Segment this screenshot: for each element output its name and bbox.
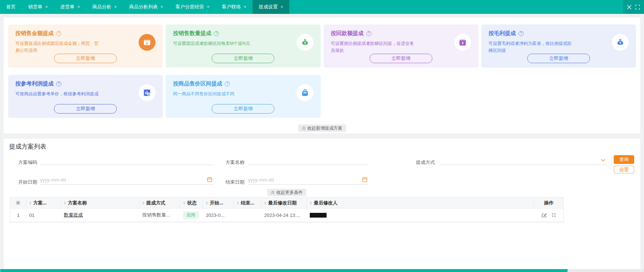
sort-icon[interactable]	[310, 200, 312, 206]
tab-label: 商品分析	[92, 4, 111, 10]
close-tab-icon[interactable]: ×	[207, 4, 209, 9]
close-tab-icon[interactable]: ×	[281, 4, 283, 9]
cell-commission-method: 按销售数量...	[139, 208, 180, 222]
question-circle-icon[interactable]: ?	[366, 31, 371, 36]
svg-text:¥: ¥	[304, 41, 306, 45]
start-date-input[interactable]	[40, 175, 213, 185]
tab-product-analysis[interactable]: 商品分析 ×	[86, 0, 123, 14]
svg-text:¥: ¥	[146, 41, 149, 45]
plan-code-label: 方案编码	[18, 159, 37, 166]
collapse-label: 收起更多条件	[277, 189, 303, 196]
question-circle-icon[interactable]: ?	[56, 31, 61, 36]
commission-method-select[interactable]	[440, 156, 608, 165]
tab-customer-contact[interactable]: 客户联络 ×	[216, 0, 252, 14]
horizontal-scrollbar-thumb[interactable]	[0, 269, 568, 272]
sort-icon[interactable]	[142, 200, 144, 206]
redacted-modified-by	[310, 213, 327, 218]
sort-icon[interactable]	[264, 200, 266, 206]
question-circle-icon[interactable]: ?	[225, 81, 230, 87]
tab-label: 销货单	[28, 4, 42, 10]
header-end-date[interactable]: 结束...	[234, 198, 261, 208]
add-now-button[interactable]: 立即新增	[527, 54, 590, 63]
add-now-button[interactable]: 立即新增	[54, 104, 117, 114]
sort-icon[interactable]	[29, 200, 31, 206]
card-reference-profit-commission: 按参考利润提成 ? 可按商品设置参考单价，根据参考利润提成 ¥ 立即新增	[8, 75, 163, 118]
card-description: 同一商品不同售价区间提成不同	[173, 91, 259, 97]
question-circle-icon[interactable]: ?	[56, 81, 61, 87]
tab-label: 进货单	[60, 4, 74, 10]
card-description: 可设置固定或者阶梯区间每卖M个提N元	[173, 40, 259, 47]
close-tab-icon[interactable]: ×	[114, 4, 117, 9]
tab-sales-order[interactable]: 销货单 ×	[22, 0, 54, 14]
cell-modified-date: 2023-04-24 13:...	[261, 208, 307, 222]
edit-icon[interactable]	[541, 212, 547, 218]
card-description: 可按商品设置参考单价，根据参考利润提成	[15, 91, 101, 97]
tab-customer-segmentation[interactable]: 客户分层经营 ×	[169, 0, 216, 14]
collapse-new-commission-plans[interactable]: 收起新增提成方案	[298, 124, 346, 132]
sort-icon[interactable]	[183, 200, 185, 206]
cell-row-index: 1	[10, 208, 26, 222]
header-plan-name[interactable]: 方案名称	[61, 198, 139, 208]
double-chevron-up-icon	[302, 126, 305, 130]
card-title: 按参考利润提成	[15, 80, 54, 87]
tab-label: 客户联络	[222, 4, 241, 10]
add-now-button[interactable]: 立即新增	[54, 54, 117, 63]
tab-label: 提成设置	[259, 4, 278, 10]
close-tab-icon[interactable]: ×	[77, 4, 80, 9]
tab-bar: 首页 销货单 × 进货单 × 商品分析 × 商品分析列表 × 客户分层经营 × …	[0, 0, 644, 14]
search-button[interactable]: 查询	[614, 155, 634, 164]
question-circle-icon[interactable]: ?	[214, 31, 219, 36]
gear-icon[interactable]	[15, 200, 21, 206]
fullscreen-icon[interactable]	[635, 5, 640, 9]
money-pouch-icon: ¥	[297, 34, 313, 51]
tab-product-analysis-list[interactable]: 商品分析列表 ×	[123, 0, 169, 14]
card-description: 可设置按比例提或者阶梯区间提，促进业务员催款	[331, 40, 417, 54]
plan-name-link[interactable]: 数量提成	[64, 212, 83, 218]
header-plan-code[interactable]: 方案...	[26, 198, 61, 208]
plan-name-label: 方案名称	[225, 159, 244, 166]
column-settings-header[interactable]	[10, 198, 26, 208]
header-status[interactable]: 状态	[180, 198, 203, 208]
tab-home[interactable]: 首页	[0, 0, 22, 14]
table-header-row: 方案... 方案名称 提成方式 状态 开始... 结束...	[10, 198, 563, 208]
sort-icon[interactable]	[206, 200, 208, 206]
calendar-icon[interactable]	[362, 177, 367, 182]
horizontal-scrollbar-track[interactable]	[0, 269, 644, 272]
close-tab-icon[interactable]: ×	[161, 4, 163, 9]
close-icon[interactable]	[627, 5, 632, 9]
close-tab-icon[interactable]: ×	[244, 4, 246, 9]
sort-icon[interactable]	[64, 200, 66, 206]
card-description: 可设置毛利或者净利为基准，按比例提或阶梯区间提	[489, 40, 574, 54]
shopping-bag-icon	[297, 84, 313, 101]
card-description: 可设置提成比例或固定提成金额；商贸、贸易公司适用	[15, 40, 101, 54]
card-payment-collection-commission: 按回款额提成 ? 可设置按比例提或者阶梯区间提，促进业务员催款 ¥ 立即新增	[324, 24, 478, 68]
card-title: 按毛利提成	[489, 30, 516, 37]
add-now-button[interactable]: 立即新增	[370, 54, 432, 63]
add-now-button[interactable]: 立即新增	[212, 104, 274, 114]
tab-label: 首页	[6, 4, 16, 10]
card-sales-quantity-commission: 按销售数量提成 ? 可设置固定或者阶梯区间每卖M个提N元 ¥ 立即新增	[166, 24, 320, 68]
header-modified-by[interactable]: 最后修改人	[307, 198, 534, 208]
tab-purchase-order[interactable]: 进货单 ×	[54, 0, 86, 14]
sort-icon[interactable]	[237, 200, 239, 206]
card-gross-profit-commission: 按毛利提成 ? 可设置毛利或者净利为基准，按比例提或阶梯区间提 ¥ 立即新增	[481, 24, 636, 68]
header-commission-method[interactable]: 提成方式	[139, 198, 180, 208]
add-now-button[interactable]: 立即新增	[212, 54, 274, 63]
commission-plan-list-panel: 提成方案列表 方案编码 方案名称 提成方式 查询 设置 开始日期 结束日期 收起…	[4, 139, 640, 269]
question-circle-icon[interactable]: ?	[518, 31, 524, 36]
header-start-date[interactable]: 开始...	[203, 198, 234, 208]
collapse-more-filters[interactable]: 收起更多条件	[267, 189, 306, 196]
more-grid-icon[interactable]	[551, 212, 556, 218]
cell-plan-code: 01	[26, 208, 61, 222]
tab-commission-settings[interactable]: 提成设置 ×	[252, 0, 289, 14]
settings-button[interactable]: 设置	[614, 166, 634, 173]
close-tab-icon[interactable]: ×	[45, 4, 48, 9]
plan-name-input[interactable]	[248, 156, 369, 165]
svg-text:¥: ¥	[462, 41, 464, 45]
end-date-input[interactable]	[248, 175, 369, 185]
header-modified-date[interactable]: 最后修改日期	[261, 198, 307, 208]
calendar-icon[interactable]	[207, 177, 212, 182]
start-date-label: 开始日期	[18, 179, 37, 185]
plan-code-input[interactable]	[40, 156, 213, 165]
commission-method-label: 提成方式	[416, 159, 435, 166]
